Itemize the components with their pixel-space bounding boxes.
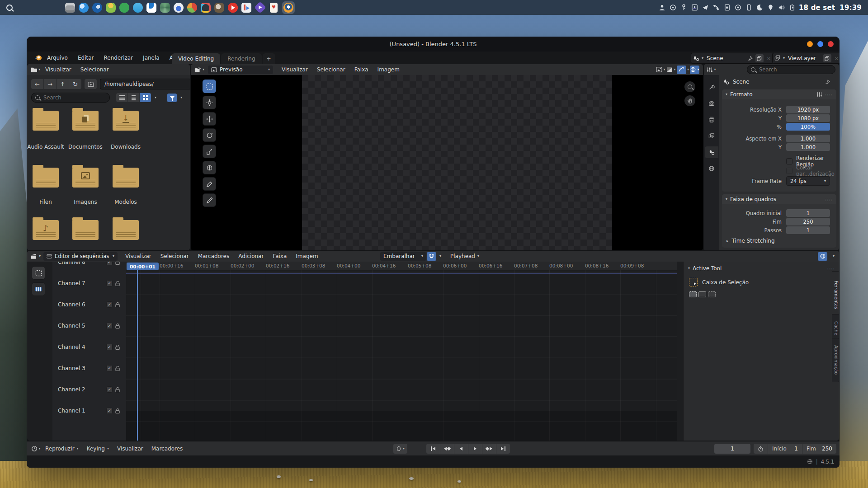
sequencer-view-dropdown[interactable]: Editor de sequências	[43, 252, 118, 261]
channel-mute-checkbox[interactable]: ✓	[106, 344, 113, 350]
parent-dir-button[interactable]	[57, 79, 69, 89]
seq-menu-adicionar[interactable]: Adicionar	[234, 253, 268, 259]
frame-step-field[interactable]: 1	[786, 226, 830, 234]
tool-cursor[interactable]	[203, 96, 216, 109]
jump-to-end-button[interactable]	[496, 444, 510, 454]
refresh-button[interactable]	[69, 79, 81, 89]
volume-tray-icon[interactable]	[778, 4, 785, 11]
close-button[interactable]	[828, 41, 834, 47]
seq-menu-marcadores[interactable]: Marcadores	[194, 253, 234, 259]
snap-toggle[interactable]	[427, 252, 436, 261]
pv-menu-visualizar[interactable]: Visualizar	[278, 66, 312, 73]
user-tray-icon[interactable]	[659, 4, 665, 11]
tool-annotate[interactable]	[203, 193, 216, 207]
phone-tray-icon[interactable]	[745, 4, 752, 11]
firefox-icon[interactable]	[79, 3, 89, 13]
drag-dots-icon[interactable]: ::::	[825, 197, 833, 202]
frame-range-panel-header[interactable]: Faixa de quadros ::::	[722, 194, 836, 204]
fb-search-input[interactable]	[42, 94, 106, 101]
preview-shading-dropdown[interactable]	[666, 66, 676, 74]
channel-mute-checkbox[interactable]: ✓	[106, 280, 113, 286]
seq-menu-faixa[interactable]: Faixa	[269, 253, 291, 259]
gizmos-chevron[interactable]	[687, 68, 689, 71]
menu-janela[interactable]: Janela	[138, 52, 165, 64]
current-frame-badge[interactable]: 00:00+01	[127, 263, 159, 270]
thunderbird-icon[interactable]	[92, 3, 102, 13]
fb-menu-selecionar[interactable]: Selecionar	[76, 66, 113, 73]
use-preview-range-button[interactable]	[754, 444, 768, 454]
new-folder-button[interactable]	[85, 79, 97, 89]
editor-type-timeline[interactable]	[31, 445, 41, 453]
channel-mute-checkbox[interactable]: ✓	[106, 386, 113, 393]
region-tab-aproximacao[interactable]: Aproximação	[832, 338, 839, 382]
davinci-resolve-icon[interactable]	[201, 3, 211, 13]
channel-row[interactable]: Channel 6 ✓	[52, 294, 125, 315]
jump-to-start-button[interactable]	[426, 444, 440, 454]
channel-row[interactable]: Channel 4 ✓	[52, 337, 125, 358]
menu-editar[interactable]: Editar	[73, 52, 99, 64]
select-box-tool-icon[interactable]	[689, 278, 698, 286]
tasks-tray-icon[interactable]	[724, 4, 731, 11]
resolution-y-field[interactable]: 1080 px	[786, 114, 830, 122]
time-stretching-header[interactable]: Time Stretching	[726, 238, 775, 244]
channel-row[interactable]: Channel 8 ✓	[52, 262, 125, 273]
tab-video-editing[interactable]: Video Editing	[172, 53, 220, 64]
frame-rate-dropdown[interactable]: 24 fps	[786, 176, 830, 186]
channel-mute-checkbox[interactable]: ✓	[106, 262, 113, 265]
remove-viewlayer-icon[interactable]: ×	[834, 56, 840, 61]
scene-selector[interactable]: Scene ×	[691, 53, 774, 64]
play-button[interactable]	[468, 444, 482, 454]
lock-icon[interactable]	[115, 366, 120, 371]
menu-arquivo[interactable]: Arquivo	[42, 52, 73, 64]
menu-renderizar[interactable]: Renderizar	[99, 52, 138, 64]
aspect-y-field[interactable]: 1.000	[786, 143, 830, 151]
prev-keyframe-button[interactable]	[440, 444, 454, 454]
gimp-icon[interactable]	[214, 3, 224, 13]
editor-type-sequencer[interactable]	[31, 252, 41, 261]
tool-sample-color[interactable]	[203, 177, 216, 191]
breadcrumb-label[interactable]: Scene	[733, 79, 750, 85]
properties-search-input[interactable]	[758, 66, 831, 73]
thumbnail-view-button[interactable]	[140, 93, 151, 102]
blender-icon[interactable]	[283, 3, 293, 13]
seq-menu-imagem[interactable]: Imagem	[292, 253, 322, 259]
lock-icon[interactable]	[115, 408, 120, 414]
lock-icon[interactable]	[115, 281, 120, 286]
folder-downloads[interactable]: ↓	[113, 111, 139, 131]
properties-search[interactable]	[747, 65, 835, 74]
list-view-short-button[interactable]	[116, 93, 128, 102]
weather-app-icon[interactable]	[174, 3, 184, 13]
strip-dashed-variant-icon[interactable]	[708, 291, 716, 297]
seq-menu-selecionar[interactable]: Selecionar	[156, 253, 193, 259]
tool-select-box[interactable]	[203, 80, 216, 93]
seq-overlays-toggle[interactable]	[818, 252, 827, 261]
display-settings-chevron[interactable]	[155, 96, 156, 99]
channel-mute-checkbox[interactable]: ✓	[106, 301, 113, 308]
lock-icon[interactable]	[115, 262, 120, 265]
sliders-icon[interactable]	[816, 92, 822, 97]
unlink-scene-icon[interactable]: ×	[766, 56, 772, 61]
channel-row[interactable]: Channel 5 ✓	[52, 315, 125, 337]
start-frame-field[interactable]: Início 1	[768, 444, 802, 454]
folder-music[interactable]: ♪	[33, 220, 59, 240]
menu-reproduzir[interactable]: Reproduzir	[45, 446, 79, 452]
lock-icon[interactable]	[115, 387, 120, 393]
battery-tray-icon[interactable]	[789, 4, 796, 11]
next-keyframe-button[interactable]	[482, 444, 496, 454]
telegram-icon[interactable]	[133, 3, 143, 13]
strip-select-variant-icon[interactable]	[689, 291, 697, 297]
channel-mute-checkbox[interactable]: ✓	[106, 408, 113, 414]
lock-icon[interactable]	[115, 323, 120, 329]
channel-row[interactable]: Channel 2 ✓	[52, 379, 125, 400]
lock-icon[interactable]	[115, 302, 120, 308]
channel-row[interactable]: Channel 3 ✓	[52, 358, 125, 379]
night-light-tray-icon[interactable]	[756, 4, 763, 11]
keys-tray-icon[interactable]	[680, 4, 687, 11]
timeline-ruler[interactable]: 00:00+01 00:00+16 00:01+08 00:02+00 00:0…	[126, 262, 677, 270]
stremio-icon[interactable]	[254, 1, 266, 14]
new-viewlayer-button[interactable]	[823, 54, 831, 62]
calls-tray-icon[interactable]	[713, 4, 720, 11]
folder-modelos[interactable]	[113, 168, 139, 188]
zoom-button[interactable]	[684, 81, 695, 92]
pin-icon[interactable]	[825, 79, 830, 85]
